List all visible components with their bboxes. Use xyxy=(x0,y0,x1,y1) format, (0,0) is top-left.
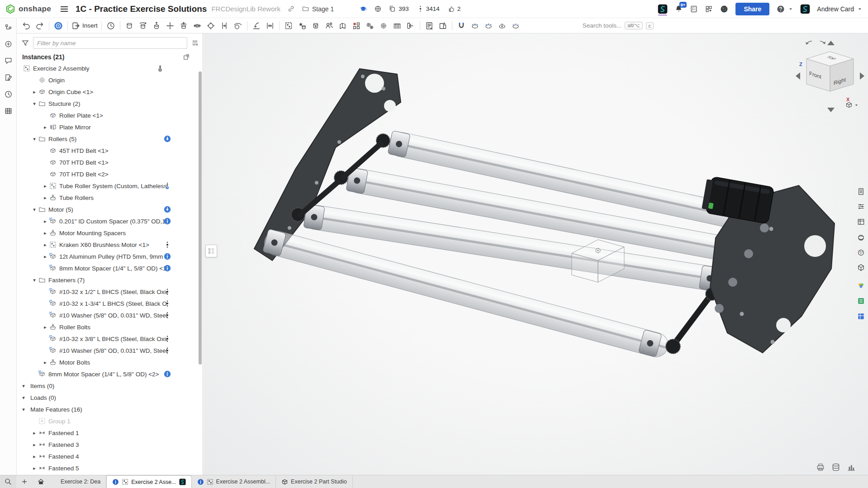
chevron-down-icon[interactable]: ▾ xyxy=(30,277,38,283)
tree-row[interactable]: Group 1 xyxy=(17,415,203,427)
tree-row[interactable]: ▸Plate Mirror xyxy=(17,121,203,133)
tree-row[interactable]: ▾Loads (0) xyxy=(17,392,203,403)
chevron-right-icon[interactable]: ▸ xyxy=(41,195,49,201)
viewport[interactable]: Top Front Right Z X xyxy=(204,33,868,475)
rotate-ccw-icon[interactable] xyxy=(806,41,812,45)
tree-row[interactable]: 45T HTD Belt <1> xyxy=(17,145,203,156)
tree-row[interactable]: ▸Motor Mounting Spacers xyxy=(17,227,203,239)
tree-row[interactable]: Origin xyxy=(17,74,203,86)
undo-button[interactable] xyxy=(19,19,33,32)
group-button[interactable] xyxy=(282,19,295,32)
chevron-right-icon[interactable]: ▸ xyxy=(41,230,49,236)
element-tab[interactable]: Exercise 2 Part Studio xyxy=(276,475,353,488)
gear-button[interactable] xyxy=(377,19,390,32)
pin-slot-mate-button[interactable] xyxy=(190,19,204,32)
chevron-down-icon[interactable]: ▾ xyxy=(30,101,38,107)
explode-button[interactable] xyxy=(363,19,377,32)
htd-belt-right[interactable] xyxy=(666,288,718,354)
tree-row[interactable]: #10-32 x 1/2" L BHCS (Steel, Black Oxid.… xyxy=(17,286,203,298)
tree-row[interactable]: 70T HTD Belt <2> xyxy=(17,168,203,180)
detach-panel-icon[interactable] xyxy=(183,53,190,61)
cylindrical-mate-button[interactable] xyxy=(177,19,190,32)
configurations-button[interactable] xyxy=(390,19,404,32)
share-button[interactable]: Share xyxy=(735,3,769,15)
tree-row[interactable]: ▸Origin Cube <1> xyxy=(17,86,203,98)
follow-mode-icon[interactable] xyxy=(3,72,14,83)
help-caret-icon[interactable] xyxy=(788,6,793,12)
tree-row[interactable]: ▸12t Aluminum Pulley (HTD 5mm, 9mm ... xyxy=(17,251,203,262)
version-dots-icon[interactable] xyxy=(164,288,171,295)
tree-row[interactable]: ▾Fasteners (7) xyxy=(17,274,203,286)
parts-list-panel-icon[interactable] xyxy=(855,186,866,197)
insert-button[interactable]: Insert xyxy=(70,19,99,32)
update-available-icon[interactable] xyxy=(164,135,171,142)
chevron-down-icon[interactable]: ▾ xyxy=(30,136,38,142)
appearance-panel-icon[interactable] xyxy=(855,247,866,258)
tasks-icon[interactable] xyxy=(690,5,698,13)
chevron-right-icon[interactable]: ▸ xyxy=(30,442,38,448)
onshape-logo-icon[interactable] xyxy=(5,4,15,14)
add-tab-button[interactable] xyxy=(18,475,31,488)
insert-feature-button[interactable] xyxy=(295,19,309,32)
version-dots-icon[interactable] xyxy=(164,312,171,319)
learning-center-icon[interactable] xyxy=(359,5,367,13)
manage-instances-button[interactable] xyxy=(323,19,336,32)
section-view-button[interactable] xyxy=(509,19,522,32)
bom-button[interactable] xyxy=(422,19,436,32)
element-tab[interactable]: Exercise 2 Asse... xyxy=(106,475,191,488)
tree-row[interactable]: Exercise 2 Assembly xyxy=(17,62,203,74)
chevron-right-icon[interactable]: ▸ xyxy=(41,242,49,248)
scene-info-icon[interactable] xyxy=(831,462,841,472)
structure-panel-icon[interactable] xyxy=(3,22,14,33)
mate-limits-button[interactable] xyxy=(263,19,277,32)
parallel-mate-button[interactable] xyxy=(218,19,231,32)
help-icon[interactable] xyxy=(776,5,785,14)
chevron-right-icon[interactable]: ▸ xyxy=(41,254,49,260)
version-dots-blue-icon[interactable] xyxy=(164,182,171,190)
drawing-button[interactable] xyxy=(436,19,450,32)
chevron-right-icon[interactable]: ▸ xyxy=(41,218,49,224)
tree-row[interactable]: #10 Washer (5/8" OD, 0.031" WD, Steel, .… xyxy=(17,309,203,321)
render-settings-icon[interactable] xyxy=(816,462,825,472)
layout-panel-icon[interactable] xyxy=(855,311,866,322)
linked-update-icon[interactable] xyxy=(164,265,171,272)
user-avatar[interactable] xyxy=(800,4,810,14)
planar-mate-button[interactable] xyxy=(163,19,177,32)
version-dots-icon[interactable] xyxy=(164,347,171,354)
mate-button[interactable] xyxy=(52,19,65,32)
tree-row[interactable]: 8mm Motor Spacer (1/4" L, 5/8" OD) <1> xyxy=(17,262,203,274)
fastened-mate-button[interactable] xyxy=(123,19,136,32)
tangent-mate-button[interactable] xyxy=(231,19,245,32)
material-panel-icon[interactable] xyxy=(855,232,866,243)
chevron-right-icon[interactable]: ▸ xyxy=(41,360,49,365)
search-tools[interactable]: Search tools... alt/⌥ c xyxy=(583,22,654,29)
chevron-right-icon[interactable]: ▸ xyxy=(41,124,49,130)
chevron-right-icon[interactable]: ▸ xyxy=(30,430,38,436)
snap-mode-button[interactable] xyxy=(250,19,263,32)
forks-icon[interactable] xyxy=(417,5,424,12)
show-hide-button[interactable] xyxy=(468,19,482,32)
version-dots-icon[interactable] xyxy=(164,241,171,248)
tree-row[interactable]: ▸Tube Rollers xyxy=(17,192,203,204)
tree-row[interactable]: ▾Stucture (2) xyxy=(17,98,203,109)
chevron-down-icon[interactable]: ▾ xyxy=(30,207,38,213)
chevron-down-icon[interactable]: ▾ xyxy=(19,395,28,401)
element-tab[interactable]: Exercise 2 Assembl... xyxy=(192,475,276,488)
tree-row[interactable]: ▸Fastened 1 xyxy=(17,427,203,439)
panel-scrollbar[interactable] xyxy=(199,71,202,365)
history-icon[interactable] xyxy=(3,89,14,99)
version-dots-icon[interactable] xyxy=(164,300,171,307)
notifications-bell-icon[interactable]: 9+ xyxy=(674,5,683,13)
fixed-icon[interactable] xyxy=(157,65,164,72)
replicate-button[interactable] xyxy=(309,19,323,32)
theme-palette-icon[interactable] xyxy=(720,5,729,14)
element-tab[interactable]: Exercise 2: Dea xyxy=(55,475,106,488)
chevron-right-icon[interactable]: ▸ xyxy=(41,183,49,189)
chevron-right-icon[interactable]: ▸ xyxy=(30,454,38,460)
tree-row[interactable]: ▸Roller Bolts xyxy=(17,321,203,333)
tree-row[interactable]: #10 Washer (5/8" OD, 0.031" WD, Steel, .… xyxy=(17,345,203,356)
tree-row[interactable]: ▾Motor (5) xyxy=(17,204,203,215)
workspace-name[interactable]: Stage 1 xyxy=(312,5,334,13)
chevron-right-icon[interactable]: ▸ xyxy=(30,89,38,95)
hide-others-button[interactable] xyxy=(482,19,495,32)
